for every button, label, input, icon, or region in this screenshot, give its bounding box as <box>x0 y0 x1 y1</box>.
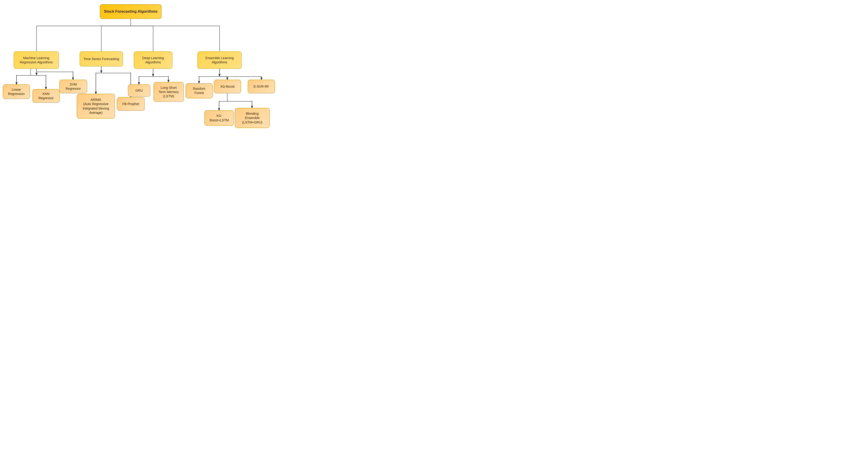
node-fbprophet: FB-Prophet <box>117 97 145 111</box>
node-xgboostlstm: XG-Boost+LSTM <box>205 110 234 126</box>
node-xgboost: XG-Boost <box>214 80 241 93</box>
node-svm: SVMRegressor <box>59 80 87 93</box>
node-root: Stock Forecasting Algorithms <box>100 4 162 19</box>
node-ts: Time Series Forecasting <box>80 51 123 66</box>
node-rf: RandomForest <box>186 83 213 98</box>
node-arima: ARIMA(Auto RegressiveIntegrated MovingAv… <box>77 94 115 119</box>
node-esvr: E-SVR-RF <box>248 80 275 93</box>
node-el: Ensemble LearningAlgorithms <box>197 51 242 69</box>
node-knn: KNNRegressor <box>32 89 60 103</box>
node-blending: BlendingEnsemble(LSTM+GRU) <box>235 108 270 128</box>
diagram: Stock Forecasting Algorithms Machine Lea… <box>0 0 283 149</box>
node-dl: Deep LearningAlgorithms <box>134 51 173 69</box>
node-gru: GRU <box>128 84 150 97</box>
node-ml: Machine LearningRegression Algorithms <box>14 51 59 69</box>
node-lstm: Long ShortTerm Memory(LSTM) <box>154 82 184 102</box>
node-lr: LinearRegression <box>3 84 30 99</box>
